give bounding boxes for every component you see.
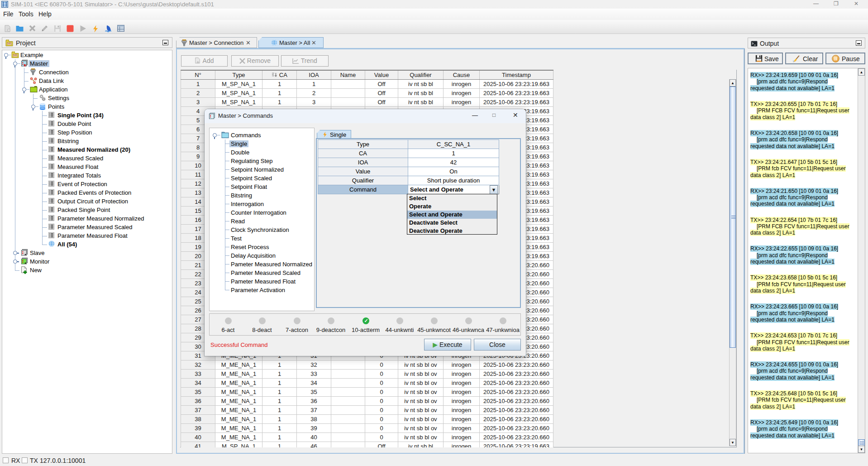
- svg-text:101: 101: [13, 54, 17, 57]
- svg-text:101: 101: [7, 42, 11, 45]
